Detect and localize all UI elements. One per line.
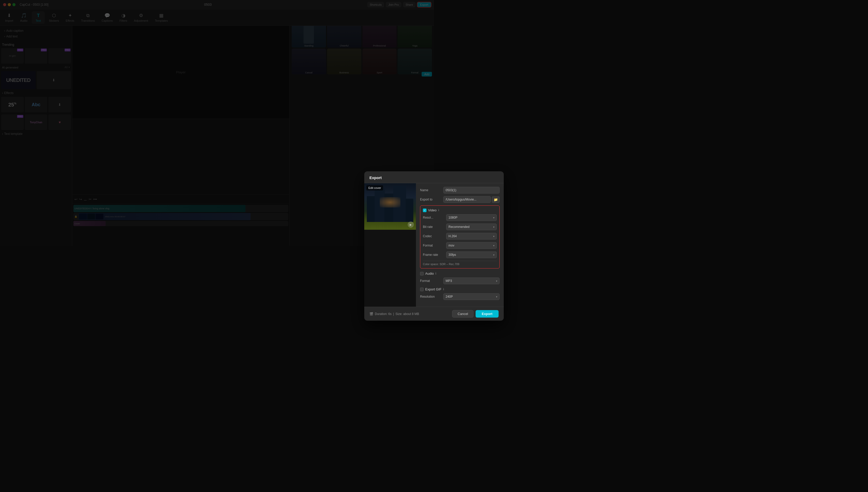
edit-cover-button[interactable]: Edit cover <box>366 185 383 191</box>
format-label: Format <box>423 244 434 246</box>
bitrate-label: Bit rate <box>423 225 434 229</box>
dialog-body: Edit cover ▶ Name Export to /Users/topgu… <box>364 183 434 246</box>
codec-row: Codec H.264 ▾ <box>423 233 434 240</box>
name-label: Name <box>420 188 434 192</box>
export-to-label: Export to <box>420 198 434 201</box>
format-row: Format mov ▾ <box>423 242 434 246</box>
overlay: Export Edit cover ▶ <box>0 0 434 246</box>
play-button[interactable]: ▶ <box>408 221 414 228</box>
video-checkbox[interactable]: ✓ <box>423 208 427 212</box>
video-label: Video <box>428 208 434 212</box>
name-row: Name <box>420 187 434 194</box>
preview-image: Edit cover ▶ <box>364 183 416 230</box>
export-to-row: Export to /Users/topgus/Movie... 📁 <box>420 196 434 203</box>
bitrate-row: Bit rate Recommended ▾ <box>423 223 434 230</box>
resolution-row: Resol... 1080P ▾ <box>423 214 434 221</box>
dialog-preview: Edit cover ▶ <box>364 183 416 246</box>
dialog-title: Export <box>364 171 434 183</box>
video-section-header: ✓ Video ℹ <box>423 208 434 212</box>
codec-label: Codec <box>423 235 434 238</box>
resolution-label: Resol... <box>423 216 434 219</box>
dialog-settings: Name Export to /Users/topgus/Movie... 📁 … <box>416 183 434 246</box>
export-dialog: Export Edit cover ▶ <box>364 171 434 246</box>
video-section: ✓ Video ℹ Resol... 1080P ▾ Bit r <box>420 205 434 246</box>
